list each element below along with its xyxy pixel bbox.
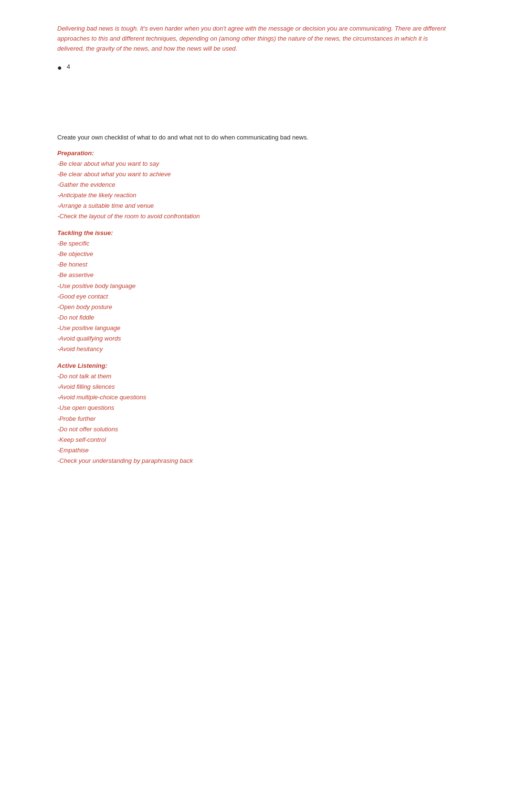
section-item-1-1: -Be objective <box>57 249 450 259</box>
bullet-dot-icon: ● <box>57 63 62 72</box>
sections-container: Preparation:-Be clear about what you wan… <box>57 150 450 466</box>
section-heading-0: Preparation: <box>57 150 450 157</box>
section-block-1: Tackling the issue:-Be specific-Be objec… <box>57 229 450 354</box>
section-item-2-0: -Do not talk at them <box>57 371 450 382</box>
section-item-0-2: -Gather the evidence <box>57 180 450 190</box>
section-item-1-8: -Use positive language <box>57 323 450 333</box>
section-item-1-7: -Do not fiddle <box>57 312 450 323</box>
instruction-text: Create your own checklist of what to do … <box>57 134 450 141</box>
section-heading-2: Active Listening: <box>57 362 450 369</box>
section-item-1-0: -Be specific <box>57 238 450 249</box>
section-item-0-0: -Be clear about what you want to say <box>57 159 450 169</box>
section-block-0: Preparation:-Be clear about what you wan… <box>57 150 450 222</box>
section-item-2-6: -Keep self-control <box>57 435 450 445</box>
section-item-0-3: -Anticipate the likely reaction <box>57 190 450 201</box>
intro-paragraph: Delivering bad news is tough. It's even … <box>57 24 450 53</box>
section-item-2-5: -Do not offer solutions <box>57 424 450 435</box>
section-item-2-1: -Avoid filling silences <box>57 382 450 392</box>
section-item-2-2: -Avoid multiple-choice questions <box>57 392 450 403</box>
section-item-1-10: -Avoid hesitancy <box>57 344 450 354</box>
page-container: Delivering bad news is tough. It's even … <box>0 0 507 509</box>
section-item-1-3: -Be assertive <box>57 270 450 280</box>
section-item-2-8: -Check your understanding by paraphrasin… <box>57 456 450 466</box>
section-item-0-4: -Arrange a suitable time and venue <box>57 201 450 211</box>
section-item-2-4: -Probe further <box>57 414 450 424</box>
section-item-0-5: -Check the layout of the room to avoid c… <box>57 211 450 222</box>
spacer <box>57 76 450 134</box>
section-item-2-7: -Empathise <box>57 445 450 456</box>
section-item-1-2: -Be honest <box>57 259 450 270</box>
bullet-number: 4 <box>67 63 70 70</box>
section-item-1-9: -Avoid qualifying words <box>57 333 450 344</box>
section-heading-1: Tackling the issue: <box>57 229 450 236</box>
section-item-1-6: -Open body posture <box>57 302 450 312</box>
section-item-1-4: -Use positive body language <box>57 281 450 291</box>
bullet-list-item: ● 4 <box>57 63 450 72</box>
section-item-1-5: -Good eye contact <box>57 291 450 302</box>
section-item-0-1: -Be clear about what you want to achieve <box>57 169 450 180</box>
section-item-2-3: -Use open questions <box>57 403 450 413</box>
section-block-2: Active Listening:-Do not talk at them-Av… <box>57 362 450 466</box>
